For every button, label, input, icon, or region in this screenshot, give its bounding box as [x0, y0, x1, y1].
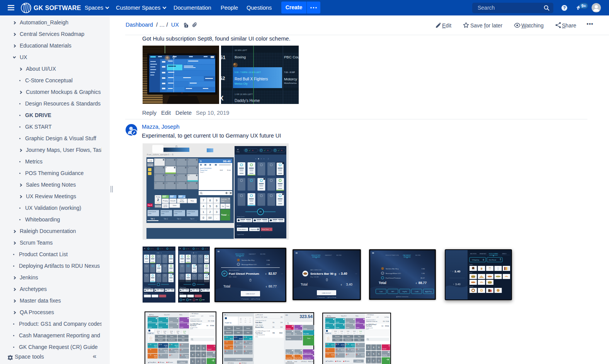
svg-text:204.80: 204.80	[185, 355, 189, 357]
svg-text:Reg: Reg	[164, 332, 166, 334]
svg-text:Lorem: Lorem	[169, 327, 173, 328]
svg-text:29.99: 29.99	[183, 331, 186, 332]
svg-text:⛽ 30: ⛽ 30	[235, 350, 238, 352]
svg-text:Tax: Tax	[295, 333, 297, 335]
svg-text:⛽ 22: ⛽ 22	[244, 337, 247, 338]
svg-text:Lorem: Lorem	[180, 327, 183, 328]
svg-text:Calling: Calling	[236, 151, 240, 153]
svg-text:5:30 - 7:00PM • 16 MIN LEFT: 5:30 - 7:00PM • 16 MIN LEFT	[235, 71, 261, 73]
svg-text:325.80: 325.80	[164, 350, 168, 352]
svg-text:Hold: Hold	[182, 339, 185, 341]
svg-text:at 3a: at 3a	[148, 207, 150, 209]
svg-text:2: 2	[166, 159, 167, 161]
svg-text:PUMP 36: PUMP 36	[225, 322, 232, 324]
svg-text:Lorem: Lorem	[246, 328, 250, 329]
svg-text:Prm: Prm	[249, 322, 251, 323]
svg-text:Experience: Experience	[251, 229, 257, 230]
svg-text:50 g · 4.50 UM: 50 g · 4.50 UM	[310, 276, 318, 278]
svg-text:9: 9	[216, 199, 218, 202]
svg-text:3: 3	[216, 210, 218, 214]
svg-text:No Sale: No Sale	[295, 352, 299, 354]
svg-text:41.5 l: 41.5 l	[175, 352, 178, 353]
svg-text:13: 13	[155, 182, 157, 184]
svg-text:14: 14	[166, 182, 167, 184]
svg-text:Fuel Diesel Premium: Fuel Diesel Premium	[386, 277, 401, 279]
svg-text:OPTION 84: OPTION 84	[228, 362, 234, 364]
svg-text:⛽ 21: ⛽ 21	[235, 337, 238, 338]
svg-text:3: 3	[177, 159, 178, 161]
svg-text:⚲ Transaction | ▤ Scan Rea: ⚲ Transaction | ▤ Scan Ready	[241, 298, 260, 300]
svg-text:Brownie Bites: Brownie Bites	[255, 327, 264, 328]
svg-text:Tab 2: Tab 2	[163, 218, 168, 220]
svg-text:⚲ Transaction | ▤ Scan Rea: ⚲ Transaction | ▤ Scan Ready	[317, 297, 336, 298]
svg-text:323.54: 323.54	[299, 314, 313, 319]
svg-text:150: 150	[272, 322, 274, 323]
svg-text:88.77: 88.77	[418, 281, 427, 285]
svg-text:25 m: 25 m	[255, 336, 258, 338]
svg-text:.: .	[216, 216, 217, 219]
svg-text:3.40: 3.40	[341, 272, 347, 276]
svg-text:⛽ 95: ⛽ 95	[169, 344, 172, 345]
svg-text:3.40: 3.40	[346, 282, 352, 286]
svg-text:Actions: Actions	[237, 225, 241, 226]
svg-text:Lorem Ipsum: Lorem Ipsum	[187, 211, 195, 213]
svg-text:Total: Total	[379, 281, 386, 285]
svg-text:⟳ Refresh: ⟳ Refresh	[180, 362, 185, 363]
svg-text:47: 47	[260, 150, 262, 151]
svg-text:00: 00	[208, 216, 211, 219]
svg-text:3.50 A: 3.50 A	[211, 320, 214, 322]
svg-text:Soda Water: Soda Water	[255, 322, 262, 323]
svg-text:Lorem: Lorem	[180, 321, 183, 322]
svg-text:4: 4	[202, 204, 204, 208]
svg-text:BAR CONFECTION: BAR CONFECTION	[310, 269, 322, 271]
svg-text:⛽ 21: ⛽ 21	[148, 344, 151, 345]
svg-text:Recipt: Recipt	[180, 201, 185, 202]
svg-text:⛽ 92: ⛽ 92	[148, 354, 151, 356]
svg-text:Pump 1: Pump 1	[200, 172, 204, 173]
svg-text:29.99: 29.99	[163, 331, 166, 332]
svg-text:FAVORITES: FAVORITES	[470, 253, 477, 255]
svg-text:⛽ 90: ⛽ 90	[148, 349, 151, 350]
svg-text:99.40: 99.40	[223, 160, 231, 163]
svg-text:5: 5	[155, 167, 156, 168]
svg-text:Resume: Resume	[158, 336, 163, 337]
svg-text:⛽ 03: ⛽ 03	[180, 349, 183, 350]
svg-text:‹ ›: ‹ ›	[281, 273, 283, 275]
svg-text:125.80: 125.80	[164, 345, 168, 346]
svg-text:⛽ 80: ⛽ 80	[169, 349, 172, 350]
svg-text:⛽ 84: ⛽ 84	[159, 344, 162, 345]
svg-text:1 HR 16 MIN LEFT: 1 HR 16 MIN LEFT	[235, 93, 253, 95]
svg-text:Lorem: Lorem	[169, 321, 173, 322]
svg-text:Boxing: Boxing	[235, 55, 246, 59]
svg-text:REGISTER: REGISTER	[235, 253, 245, 255]
svg-text:2: 2	[209, 210, 211, 214]
svg-text:Actions: Actions	[144, 293, 148, 294]
svg-text:Mexico City: Mexico City	[235, 82, 248, 85]
svg-text:FOOD & DRINKS: FOOD & DRINKS	[489, 253, 498, 255]
svg-text:37.50 A: 37.50 A	[210, 325, 214, 327]
svg-text:05: 05	[259, 211, 262, 213]
svg-text:Quantity: Quantity	[286, 338, 291, 339]
svg-text:^: ^	[260, 236, 261, 238]
svg-text:Pools default ▾: Pools default ▾	[238, 229, 247, 230]
svg-text:0: 0	[202, 216, 204, 219]
svg-text:4.09: 4.09	[249, 320, 251, 321]
svg-text:300: 300	[206, 325, 208, 327]
svg-text:325.8: 325.8	[240, 343, 242, 344]
svg-text:Fuel_colors_sample/1 – 5: Fuel_colors_sample/1 – 5	[147, 153, 174, 156]
svg-text:To Beginning: To Beginning	[472, 259, 479, 261]
svg-text:Snickers Bar 50 g: Snickers Bar 50 g	[310, 272, 336, 276]
svg-text:Quantity: Quantity	[208, 355, 213, 357]
svg-text:41.5 l: 41.5 l	[155, 346, 157, 348]
svg-text:Reg: Reg	[184, 332, 185, 334]
svg-text:Total →: Total →	[221, 214, 230, 216]
svg-text:Drinks: Drinks	[470, 264, 473, 265]
svg-text:BP: BP	[223, 273, 226, 275]
svg-text:MORE: MORE	[260, 253, 265, 255]
svg-text:€: €	[266, 286, 267, 288]
svg-text:6: 6	[166, 167, 167, 168]
svg-text:ITEM: 7564203: ITEM: 7564203	[255, 325, 263, 326]
svg-text:45.1: 45.1	[240, 320, 242, 321]
svg-text:41.5 l: 41.5 l	[165, 352, 168, 353]
svg-text:Fuel: Fuel	[247, 332, 249, 333]
